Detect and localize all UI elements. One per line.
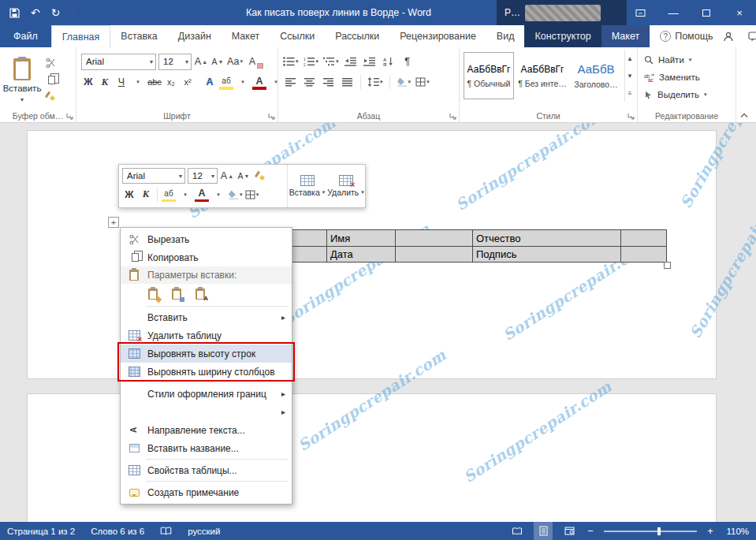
menuitem-insert[interactable]: Вставить ▸ xyxy=(121,308,292,326)
copy-icon[interactable] xyxy=(46,74,56,85)
clear-formatting-button[interactable]: А xyxy=(245,54,259,69)
paste-keep-formatting-icon[interactable] xyxy=(144,285,162,303)
minimize-button[interactable]: — xyxy=(657,0,690,25)
mini-shading-icon[interactable]: ▾ xyxy=(228,187,243,202)
menuitem-text-direction[interactable]: А Направление текста... xyxy=(121,421,292,439)
pilcrow-icon[interactable]: ¶ xyxy=(400,54,415,69)
table-cell-date[interactable]: Дата xyxy=(327,247,396,262)
collapse-ribbon-icon[interactable] xyxy=(740,113,748,118)
page-indicator[interactable]: Страница 1 из 2 xyxy=(7,527,75,536)
mini-shrink-font-button[interactable]: А▼ xyxy=(236,169,251,184)
zoom-out-button[interactable]: − xyxy=(586,525,595,537)
style-card-normal[interactable]: АаБбВвГг ¶ Обычный xyxy=(464,52,514,99)
mini-font-family-select[interactable]: Arial ▾ xyxy=(122,168,185,184)
menuitem-distribute-columns[interactable]: Выровнять ширину столбцов xyxy=(121,363,292,381)
menuitem-delete-table[interactable]: Удалить таблицу xyxy=(121,326,292,344)
select-button[interactable]: Выделить▾ xyxy=(644,88,731,102)
shading-icon[interactable]: ▾ xyxy=(397,75,412,90)
table-cell[interactable] xyxy=(396,247,473,262)
tab-review[interactable]: Рецензирование xyxy=(389,25,486,47)
text-effects-button[interactable]: А xyxy=(203,75,217,90)
font-family-select[interactable]: Arial ▾ xyxy=(81,54,156,70)
table-cell-patronymic[interactable]: Отчество xyxy=(473,230,621,246)
sort-icon[interactable]: АЯ xyxy=(382,54,396,69)
justify-icon[interactable] xyxy=(340,75,354,90)
mini-font-color-dropdown-icon[interactable]: ▾ xyxy=(211,187,225,202)
subscript-button[interactable]: х₂ xyxy=(164,75,178,90)
change-case-button[interactable]: Аа▾ xyxy=(227,54,243,69)
tab-insert[interactable]: Вставка xyxy=(110,25,167,47)
proofing-icon[interactable] xyxy=(160,527,172,536)
font-size-select[interactable]: 12 ▾ xyxy=(158,54,192,70)
align-center-icon[interactable] xyxy=(302,75,316,90)
paste-text-only-icon[interactable]: А xyxy=(192,285,209,303)
mini-format-painter-icon[interactable] xyxy=(253,169,267,184)
mini-grow-font-button[interactable]: А▲ xyxy=(220,169,234,184)
align-left-icon[interactable] xyxy=(283,75,297,90)
zoom-slider[interactable] xyxy=(604,531,697,532)
font-dialog-launcher[interactable] xyxy=(268,113,275,120)
italic-button[interactable]: К xyxy=(98,75,112,90)
ribbon-display-options-icon[interactable] xyxy=(624,0,657,25)
menuitem-new-comment[interactable]: Создать примечание xyxy=(121,483,292,501)
redo-icon[interactable]: ↻ xyxy=(51,7,61,18)
save-icon[interactable] xyxy=(9,8,20,18)
mini-highlight-button[interactable]: аб xyxy=(162,187,176,202)
highlight-button[interactable]: аб xyxy=(219,75,233,90)
format-painter-icon[interactable] xyxy=(46,91,56,102)
menuitem-insert-caption[interactable]: Вставить название... xyxy=(121,439,292,457)
styles-dialog-launcher[interactable] xyxy=(628,113,635,120)
underline-dropdown-icon[interactable]: ▾ xyxy=(131,75,145,90)
tab-help[interactable]: ? Помощь xyxy=(650,25,723,47)
menuitem-border-styles[interactable]: Стили оформления границ ▸ xyxy=(121,385,292,403)
tab-table-design[interactable]: Конструктор xyxy=(524,25,601,47)
clipboard-dialog-launcher[interactable] xyxy=(66,113,73,120)
paragraph-dialog-launcher[interactable] xyxy=(449,113,456,120)
superscript-button[interactable]: х² xyxy=(181,75,195,90)
mini-borders-icon[interactable]: ▾ xyxy=(245,187,259,202)
undo-icon[interactable]: ↶ xyxy=(31,7,40,18)
mini-insert-button[interactable]: Вставка▾ xyxy=(288,165,326,207)
replace-button[interactable]: abac Заменить xyxy=(644,70,731,84)
style-card-heading1[interactable]: АаБбВ Заголово… xyxy=(571,52,621,99)
comments-icon[interactable] xyxy=(748,32,756,42)
web-layout-icon[interactable] xyxy=(560,522,579,540)
align-right-icon[interactable] xyxy=(321,75,335,90)
tab-layout[interactable]: Макет xyxy=(222,25,270,47)
tab-design[interactable]: Дизайн xyxy=(168,25,222,47)
tab-home[interactable]: Главная xyxy=(51,25,111,47)
mini-font-size-select[interactable]: 12 ▾ xyxy=(188,168,218,184)
language-indicator[interactable]: русский xyxy=(188,527,220,536)
table-cell[interactable] xyxy=(621,247,666,262)
read-mode-icon[interactable] xyxy=(508,522,527,540)
borders-icon[interactable]: ▾ xyxy=(415,75,430,90)
print-layout-icon[interactable] xyxy=(534,522,553,540)
table-cell-signature[interactable]: Подпись xyxy=(473,247,621,262)
menuitem-cut[interactable]: Вырезать xyxy=(121,230,292,248)
zoom-in-button[interactable]: + xyxy=(706,525,715,537)
paste-button[interactable]: Вставить ▾ xyxy=(3,50,41,109)
word-count[interactable]: Слово 6 из 6 xyxy=(91,527,144,536)
style-card-no-spacing[interactable]: АаБбВвГг ¶ Без инте… xyxy=(517,52,568,99)
account-icon[interactable] xyxy=(723,32,734,42)
decrease-indent-icon[interactable] xyxy=(344,54,358,69)
qat-customize-icon[interactable]: ▾ xyxy=(71,9,74,16)
highlight-dropdown-icon[interactable]: ▾ xyxy=(236,75,250,90)
numbering-icon[interactable]: 12▾ xyxy=(304,54,319,69)
multilevel-list-icon[interactable]: ▾ xyxy=(323,54,339,69)
menuitem-copy[interactable]: Копировать xyxy=(121,248,292,266)
close-button[interactable]: × xyxy=(723,0,756,25)
styles-more-icon[interactable]: ≡ xyxy=(627,88,633,99)
tab-table-layout[interactable]: Макет xyxy=(601,25,650,47)
zoom-level[interactable]: 110% xyxy=(722,527,749,536)
bold-button[interactable]: Ж xyxy=(81,75,95,90)
underline-button[interactable]: Ч xyxy=(114,75,128,90)
menuitem-table-properties[interactable]: Свойства таблицы... xyxy=(121,461,292,479)
tab-view[interactable]: Вид xyxy=(486,25,525,47)
strikethrough-button[interactable]: abc xyxy=(147,75,162,90)
increase-indent-icon[interactable] xyxy=(363,54,377,69)
mini-italic-button[interactable]: К xyxy=(139,187,153,202)
mini-delete-button[interactable]: Удалить▾ xyxy=(326,165,365,207)
menuitem-autofit[interactable]: ▸ xyxy=(121,403,292,421)
table-resize-handle[interactable] xyxy=(664,262,671,269)
